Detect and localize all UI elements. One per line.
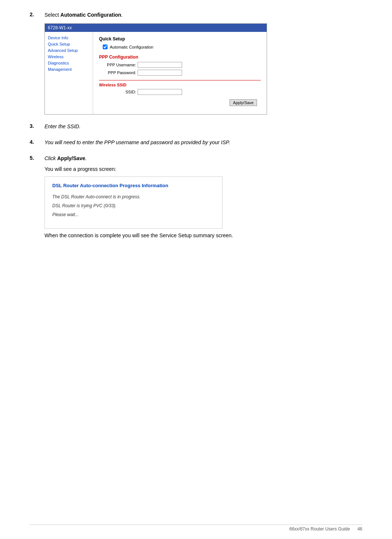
step-5-bold: Apply/Save <box>57 155 85 161</box>
router-titlebar: 6728-W1-xx <box>45 24 267 32</box>
step-4-italic: You will need to enter the PPP username … <box>45 139 230 145</box>
sidebar-link-advanced-setup[interactable]: Advanced Setup <box>48 48 90 53</box>
ppp-password-row: PPP Password: <box>99 70 261 76</box>
auto-config-label: Automatic Configuration <box>110 45 153 49</box>
ppp-password-input[interactable] <box>138 70 182 76</box>
apply-save-button[interactable]: Apply/Save <box>230 99 257 106</box>
router-ui-body: Device Info Quick Setup Advanced Setup W… <box>45 32 267 114</box>
step-5-text: Click Apply/Save. <box>45 155 362 162</box>
ppp-form: PPP Username: PPP Password: <box>99 62 261 76</box>
quick-setup-title: Quick Setup <box>99 36 261 42</box>
ppp-username-label: PPP Username: <box>99 63 136 67</box>
wireless-ssid-title: Wireless SSID <box>99 83 261 87</box>
step-2-text: Select Automatic Configuration. <box>45 11 362 19</box>
step-number-2: 2. <box>30 11 45 17</box>
progress-title: DSL Router Auto-connection Progress Info… <box>52 183 215 188</box>
progress-line1: The DSL Router Auto-connect is in progre… <box>52 194 215 199</box>
footer-guide-text: 66xx/67xx Router Users Guide <box>289 526 350 532</box>
step-2-content: Select Automatic Configuration. 6728-W1-… <box>45 11 362 115</box>
step-2-text-after: . <box>121 12 123 18</box>
step-5: 5. Click Apply/Save. You will see a prog… <box>30 155 362 238</box>
ppp-password-label: PPP Password: <box>99 70 136 75</box>
progress-line2: DSL Router is trying PVC (0/33). <box>52 203 215 208</box>
step-4-text: You will need to enter the PPP username … <box>45 139 362 146</box>
page-footer: 66xx/67xx Router Users Guide 46 <box>30 525 362 532</box>
auto-config-row: Automatic Configuration <box>103 44 261 49</box>
step-2: 2. Select Automatic Configuration. 6728-… <box>30 11 362 115</box>
ppp-username-input[interactable] <box>138 62 182 68</box>
step-3-text: Enter the SSID. <box>45 123 362 130</box>
step-number-3: 3. <box>30 123 45 129</box>
router-sidebar: Device Info Quick Setup Advanced Setup W… <box>45 32 93 114</box>
ssid-input[interactable] <box>138 89 182 95</box>
auto-config-checkbox[interactable] <box>103 44 108 49</box>
ssid-label: SSID: <box>99 90 136 94</box>
ssid-row: SSID: <box>99 89 261 95</box>
progress-line3: Please wait... <box>52 212 215 217</box>
sidebar-link-device-info[interactable]: Device Info <box>48 36 90 40</box>
step-5-text-after: . <box>85 155 87 161</box>
progress-box: DSL Router Auto-connection Progress Info… <box>45 176 223 229</box>
step-number-4: 4. <box>30 139 45 145</box>
ppp-config-section: PPP Configuration PPP Username: PPP Pass… <box>99 54 261 76</box>
step-5-sub-text: You will see a progress screen: <box>45 166 362 172</box>
step-2-bold: Automatic Configuration <box>60 12 121 18</box>
step-number-5: 5. <box>30 155 45 161</box>
ppp-username-row: PPP Username: <box>99 62 261 68</box>
step-4: 4. You will need to enter the PPP userna… <box>30 139 362 146</box>
router-ui-screenshot: 6728-W1-xx Device Info Quick Setup Advan… <box>45 23 267 115</box>
step-3-content: Enter the SSID. <box>45 123 362 130</box>
step-3: 3. Enter the SSID. <box>30 123 362 130</box>
step-5-text-before: Click <box>45 155 57 161</box>
sidebar-link-management[interactable]: Management <box>48 67 90 72</box>
completion-text: When the connection is complete you will… <box>45 232 362 238</box>
ppp-section-title: PPP Configuration <box>99 54 261 60</box>
step-5-content: Click Apply/Save. You will see a progres… <box>45 155 362 238</box>
step-2-text-before: Select <box>45 12 60 18</box>
sidebar-link-quick-setup[interactable]: Quick Setup <box>48 42 90 46</box>
wireless-ssid-section: Wireless SSID SSID: <box>99 80 261 95</box>
sidebar-link-wireless[interactable]: Wireless <box>48 54 90 59</box>
step-3-italic: Enter the SSID. <box>45 123 80 129</box>
sidebar-link-diagnostics[interactable]: Diagnostics <box>48 61 90 65</box>
footer-page-number: 46 <box>358 526 362 532</box>
step-4-content: You will need to enter the PPP username … <box>45 139 362 146</box>
router-main-panel: Quick Setup Automatic Configuration PPP … <box>93 32 267 114</box>
apply-save-row: Apply/Save <box>99 99 261 110</box>
